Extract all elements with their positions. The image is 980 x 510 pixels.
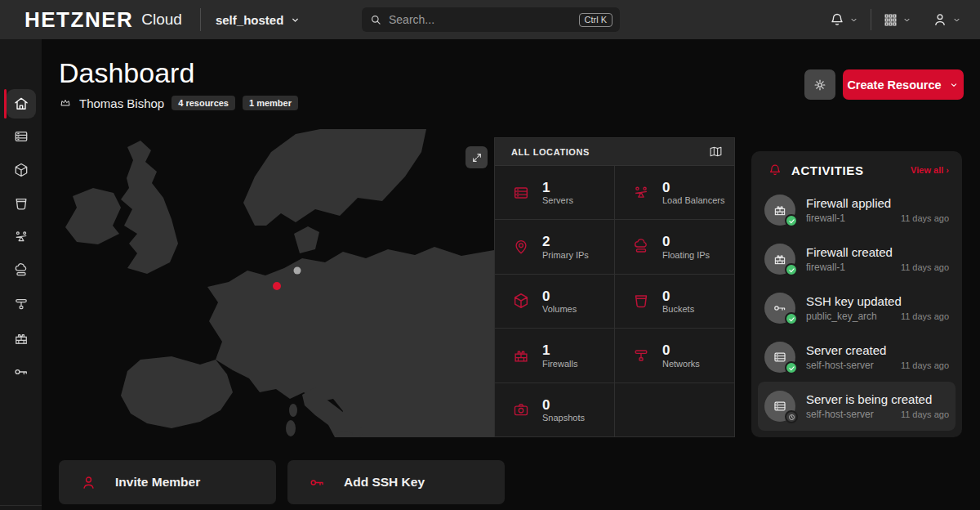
sidebar-item-networks[interactable] [7,289,36,319]
search-icon [369,13,382,26]
success-badge [785,361,798,374]
bucket-icon [13,195,29,212]
activities-list: Firewall applied firewall-111 days ago F… [751,186,962,431]
view-all-link[interactable]: View all › [911,165,949,175]
stat-value: 0 [662,342,700,359]
floating-ip-icon [13,262,29,279]
activity-avatar [764,195,795,226]
sidebar-item-servers[interactable] [7,122,36,151]
create-resource-label: Create Resource [847,78,941,92]
volume-icon [13,162,29,178]
apps-menu[interactable] [883,12,912,28]
map-marker-gray[interactable] [294,267,301,275]
ssh-key-icon [773,301,787,315]
stat-value: 0 [662,234,710,250]
activities-title: ACTIVITIES [791,163,902,177]
account-menu[interactable] [932,11,962,28]
activity-item[interactable]: Firewall applied firewall-111 days ago [758,186,956,235]
sidebar-nav [0,39,42,510]
add-ssh-key-button[interactable]: Add SSH Key [287,460,505,504]
sidebar-item-buckets[interactable] [7,189,36,218]
activity-item[interactable]: Server created self-host-server11 days a… [758,333,956,382]
sidebar-item-load-balancers[interactable] [7,222,36,252]
activity-item[interactable]: Server is being created self-host-server… [758,382,956,431]
resource-summary-panel: ALL LOCATIONS 1Servers 0Load Balancers 2… [494,137,735,437]
project-selector[interactable]: self_hosted [216,13,301,27]
stat-label: Servers [542,195,573,205]
activity-avatar [764,391,795,422]
stat-snapshots[interactable]: 0Snapshots [495,383,614,436]
stat-label: Volumes [542,304,577,314]
stat-volumes[interactable]: 0Volumes [495,275,614,328]
stat-value: 2 [542,234,589,250]
activity-avatar [764,293,795,324]
topbar-actions [829,0,962,39]
firewall-icon [512,347,530,365]
activity-title: SSH key updated [806,294,949,310]
stat-firewalls[interactable]: 1Firewalls [495,329,614,382]
stat-value: 1 [542,342,577,359]
search-input[interactable]: Search... Ctrl K [362,7,620,32]
user-icon [932,11,948,28]
pending-badge [785,410,798,423]
sidebar-item-volumes[interactable] [7,155,36,185]
members-badge: 1 member [243,96,298,110]
create-resource-button[interactable]: Create Resource [843,69,964,100]
hetzner-logo: HETZNER [24,7,133,33]
activity-title: Server is being created [806,392,949,408]
server-icon [512,184,530,202]
stat-floating-ips[interactable]: 0Floating IPs [615,220,734,273]
activity-item[interactable]: Firewall created firewall-111 days ago [758,235,956,284]
owner-name: Thomas Bishop [79,96,164,110]
activity-subtitle: self-host-server [806,360,901,371]
map-marker-red[interactable] [273,282,281,290]
project-settings-button[interactable] [804,69,835,100]
check-icon [788,315,795,323]
notifications-menu[interactable] [829,11,859,28]
primary-ip-icon [512,238,530,256]
snapshot-icon [512,400,530,418]
locations-map[interactable] [49,129,494,437]
stat-load-balancers[interactable]: 0Load Balancers [615,166,734,219]
stat-value: 0 [662,289,694,305]
ssh-key-icon [309,474,326,491]
chevron-down-icon [948,79,960,91]
activity-time: 11 days ago [901,360,949,370]
volume-icon [512,292,530,310]
activity-subtitle: firewall-1 [806,212,901,224]
stat-servers[interactable]: 1Servers [495,166,614,219]
check-icon [788,217,795,225]
map-expand-button[interactable] [466,146,488,168]
stat-value: 0 [542,397,585,414]
resources-badge: 4 resources [172,96,235,110]
top-bar: HETZNER Cloud self_hosted Search... Ctrl… [0,0,980,39]
stat-label: Buckets [662,304,694,314]
sidebar-item-floating-ips[interactable] [7,256,36,285]
bell-icon [829,11,845,28]
project-owner-row: Thomas Bishop 4 resources 1 member [59,96,298,110]
firewall-icon [773,252,787,266]
stat-buckets[interactable]: 0Buckets [615,275,734,328]
sidebar-item-firewalls[interactable] [7,324,36,353]
topbar-divider [200,8,201,31]
stat-networks[interactable]: 0Networks [615,329,734,382]
activity-subtitle: firewall-1 [806,262,901,273]
project-name: self_hosted [216,13,283,27]
activity-item[interactable]: SSH key updated public_key_arch11 days a… [758,284,956,333]
user-icon [80,474,97,491]
invite-member-button[interactable]: Invite Member [59,460,276,504]
search-shortcut-hint: Ctrl K [579,13,613,27]
sidebar-divider [0,505,42,506]
stat-value: 0 [662,180,724,196]
sidebar-item-dashboard[interactable] [7,89,36,119]
stat-primary-ips[interactable]: 2Primary IPs [495,220,614,273]
chevron-down-icon [849,15,859,25]
activity-title: Firewall applied [806,196,949,212]
clock-icon [788,414,795,421]
bell-icon [768,163,782,177]
ssh-key-icon [13,364,29,380]
expand-icon [471,152,483,163]
sidebar-item-ssh-keys[interactable] [7,357,36,387]
success-badge [785,214,798,227]
map-icon[interactable] [709,145,723,159]
